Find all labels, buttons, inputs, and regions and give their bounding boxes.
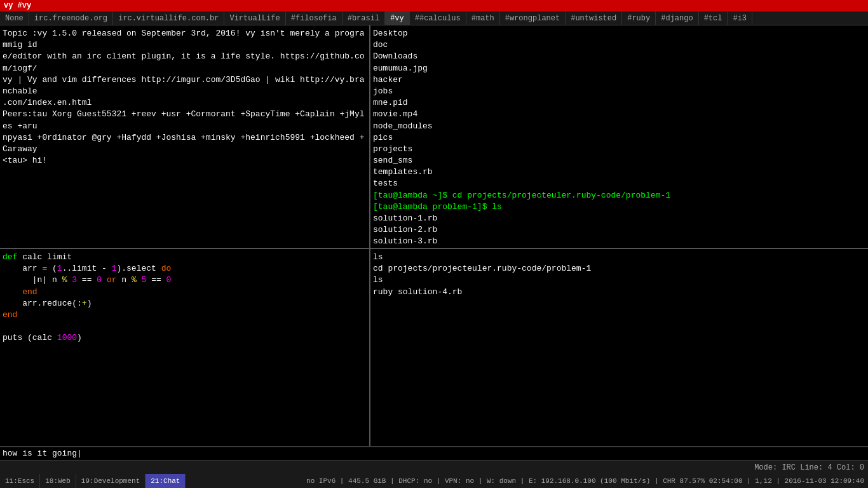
right-panel: Desktop doc Downloads eumumua.jpg hacker… xyxy=(370,25,868,446)
tab-wrongplanet[interactable]: #wrongplanet xyxy=(500,11,566,25)
status-bar: 11:Escs 18:Web 19:Development 21:Chat no… xyxy=(0,474,868,488)
terminal-bottom: ls cd projects/projecteuler.ruby-code/pr… xyxy=(370,249,868,446)
tab-freenode[interactable]: irc.freenode.org xyxy=(29,11,113,25)
title-text: vy #vy xyxy=(4,1,31,10)
chat-area: Topic :vy 1.5.0 released on September 3r… xyxy=(0,25,369,249)
status-info-text: no IPv6 | 445.5 GiB | DHCP: no | VPN: no… xyxy=(306,477,864,485)
status-tab-web[interactable]: 18:Web xyxy=(40,474,76,488)
status-info: no IPv6 | 445.5 GiB | DHCP: no | VPN: no… xyxy=(186,477,868,485)
status-tab-chat[interactable]: 21:Chat xyxy=(146,474,186,488)
tab-i3[interactable]: #i3 xyxy=(728,11,752,25)
mode-text: Mode: IRC Line: 4 Col: 0 xyxy=(754,463,864,472)
tab-tcl[interactable]: #tcl xyxy=(699,11,728,25)
tab-django[interactable]: #django xyxy=(656,11,698,25)
tab-ruby[interactable]: #ruby xyxy=(622,11,656,25)
terminal-top-content: Desktop doc Downloads eumumua.jpg hacker… xyxy=(373,28,865,249)
mode-bar: Mode: IRC Line: 4 Col: 0 xyxy=(0,460,868,474)
tab-math[interactable]: #math xyxy=(466,11,500,25)
tab-calculus[interactable]: ##calculus xyxy=(410,11,466,25)
input-area[interactable] xyxy=(0,446,868,460)
terminal-bottom-content: ls cd projects/projecteuler.ruby-code/pr… xyxy=(373,252,865,298)
tab-filosofia[interactable]: #filosofia xyxy=(286,11,342,25)
tab-brasil[interactable]: #brasil xyxy=(342,11,385,25)
main-area: Topic :vy 1.5.0 released on September 3r… xyxy=(0,25,868,446)
chat-content: Topic :vy 1.5.0 released on September 3r… xyxy=(3,28,367,166)
tab-virtuallife[interactable]: VirtualLife xyxy=(224,11,285,25)
tab-vy[interactable]: #vy xyxy=(385,11,410,25)
left-panel: Topic :vy 1.5.0 released on September 3r… xyxy=(0,25,370,446)
tab-bar: None irc.freenode.org irc.virtuallife.co… xyxy=(0,11,868,25)
code-content: def calc limit arr = (1..limit - 1).sele… xyxy=(3,252,367,344)
tab-none[interactable]: None xyxy=(0,11,29,25)
chat-input[interactable] xyxy=(0,447,868,460)
tab-untwisted[interactable]: #untwisted xyxy=(566,11,622,25)
status-tabs: 11:Escs 18:Web 19:Development 21:Chat xyxy=(0,474,186,488)
status-tab-development[interactable]: 19:Development xyxy=(76,474,146,488)
title-bar: vy #vy xyxy=(0,0,868,11)
terminal-top: Desktop doc Downloads eumumua.jpg hacker… xyxy=(370,25,868,249)
editor-area: def calc limit arr = (1..limit - 1).sele… xyxy=(0,249,369,446)
status-tab-escs[interactable]: 11:Escs xyxy=(0,474,40,488)
tab-virtuallife-irc[interactable]: irc.virtuallife.com.br xyxy=(113,11,224,25)
